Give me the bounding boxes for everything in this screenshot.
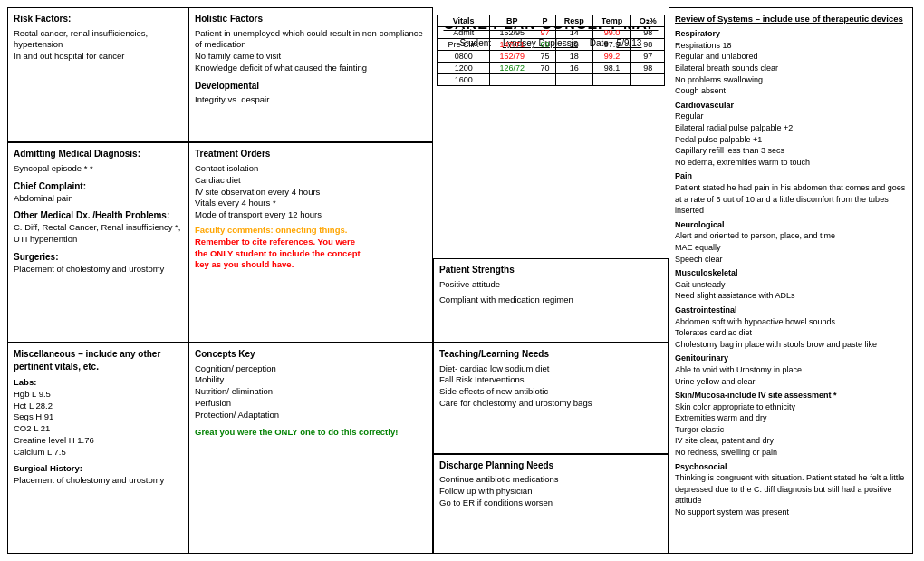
rs-item: Extremities warm and dry xyxy=(675,412,907,424)
discharge-item: Go to ER if conditions worsen xyxy=(439,498,662,509)
treatment-title: Treatment Orders xyxy=(195,148,427,160)
rs-item: IV site clear, patent and dry xyxy=(675,435,907,447)
vitals-cell: 99.2 xyxy=(592,51,631,63)
rs-item: Urine yellow and clear xyxy=(675,376,907,388)
rs-item: Able to void with Urostomy in place xyxy=(675,364,907,376)
holistic-title: Holistic Factors xyxy=(195,13,427,25)
vitals-cell: 1600 xyxy=(438,74,490,86)
admitting-dx-box: Admitting Medical Diagnosis: Syncopal ep… xyxy=(7,142,188,343)
admitting-diagnosis: Syncopal episode * * xyxy=(14,163,182,175)
rs-item: Need slight assistance with ADLs xyxy=(675,290,907,302)
rs-item: No edema, extremities warm to touch xyxy=(675,157,907,169)
risk-factors-content: Rectal cancer, renal insufficiencies, hy… xyxy=(14,28,182,63)
lab-item: Segs H 91 xyxy=(14,411,182,423)
teaching-item: Diet- cardiac low sodium diet xyxy=(439,363,662,375)
rs-item: Cholestomy bag in place with stools brow… xyxy=(675,339,907,351)
treatment-item: Vitals every 4 hours * xyxy=(195,198,427,209)
vitals-header: BP xyxy=(490,15,534,27)
surgeries-title: Surgeries: xyxy=(14,252,58,262)
rs-item: Thinking is congruent with situation. Pa… xyxy=(675,472,907,507)
concepts-key-box: Concepts Key Cognition/ perceptionMobili… xyxy=(188,343,433,554)
surgical-title: Surgical History: xyxy=(14,463,82,473)
lab-item: Creatine level H 1.76 xyxy=(14,435,182,447)
rs-item: No support system was present xyxy=(675,507,907,518)
rs-section-header: Neurological xyxy=(675,219,907,231)
rs-section-header: Genitourinary xyxy=(675,353,907,364)
teaching-item: Side effects of new antibiotic xyxy=(439,386,662,398)
admitting-dx-title: Admitting Medical Diagnosis: xyxy=(14,148,182,160)
discharge-title: Discharge Planning Needs xyxy=(439,459,662,472)
risk-factors-box: Risk Factors: Rectal cancer, renal insuf… xyxy=(7,7,188,142)
rs-section-header: Skin/Mucosa-include IV site assessment * xyxy=(675,390,907,401)
vitals-cell: 97 xyxy=(631,51,665,63)
teaching-item: Fall Risk Interventions xyxy=(439,374,662,386)
rs-item: Bilateral radial pulse palpable +2 xyxy=(675,122,907,134)
rs-item: Turgor elastic xyxy=(675,424,907,436)
vitals-cell: 97 xyxy=(534,27,555,39)
rs-section-header: Psychosocial xyxy=(675,461,907,473)
faculty-line2: Remember to cite references. You were xyxy=(195,237,427,248)
vitals-cell: 152/95 xyxy=(490,27,534,39)
strength-item: Compliant with medication regimen xyxy=(439,295,662,306)
concepts-items: Cognition/ perceptionMobilityNutrition/ … xyxy=(195,363,427,421)
lab-item: Hgb L 9.5 xyxy=(14,389,182,401)
strength-item: Positive attitude xyxy=(439,279,662,291)
treatment-item: Cardiac diet xyxy=(195,175,427,187)
rs-section-header: Respiratory xyxy=(675,28,907,40)
holistic-intro: Patient in unemployed which could result… xyxy=(195,28,427,74)
lab-item: CO2 L 21 xyxy=(14,423,182,435)
discharge-item: Continue antibiotic medications xyxy=(439,474,662,486)
chief-complaint-title: Chief Complaint: xyxy=(14,181,86,191)
developmental-title: Developmental xyxy=(195,80,427,92)
concept-item: Mobility xyxy=(195,374,427,386)
rs-section: PainPatient stated he had pain in his ab… xyxy=(675,170,907,216)
rs-item: No problems swallowing xyxy=(675,74,907,86)
patient-strengths-title: Patient Strengths xyxy=(439,264,662,276)
vitals-tbody: Admit152/95971499.098Pre Clin.147/716818… xyxy=(438,27,665,86)
vitals-table: VitalsBPPRespTempO₂% Admit152/95971499.0… xyxy=(437,15,665,86)
rs-item: Tolerates cardiac diet xyxy=(675,327,907,339)
rs-section: RespiratoryRespirations 18Regular and un… xyxy=(675,28,907,97)
vitals-cell: 98 xyxy=(631,63,665,74)
rs-item: MAE equally xyxy=(675,242,907,254)
vitals-cell xyxy=(534,74,555,86)
developmental-content: Integrity vs. despair xyxy=(195,94,427,106)
concept-item: Nutrition/ elimination xyxy=(195,386,427,398)
chief-complaint: Abdominal pain xyxy=(14,193,182,205)
rs-section-header: Gastrointestinal xyxy=(675,305,907,316)
vitals-row: 0800152/79751899.297 xyxy=(438,51,665,63)
teaching-box: Teaching/Learning Needs Diet- cardiac lo… xyxy=(433,343,669,454)
concepts-key-title: Concepts Key xyxy=(195,348,427,361)
concepts-green-text: Great you were the ONLY one to do this c… xyxy=(195,427,427,439)
lab-item: Calcium L 7.5 xyxy=(14,447,182,459)
treatment-item: IV site observation every 4 hours xyxy=(195,187,427,198)
patient-strengths-box: Patient Strengths Positive attitudeCompl… xyxy=(433,258,669,343)
vitals-cell: 75 xyxy=(534,51,555,63)
vitals-row: 1200126/72701698.198 xyxy=(438,63,665,74)
rs-item: Cough absent xyxy=(675,85,907,97)
vitals-cell: 14 xyxy=(555,27,592,39)
rs-item: Regular xyxy=(675,111,907,122)
treatment-items: Contact isolationCardiac dietIV site obs… xyxy=(195,163,427,221)
vitals-row: Admit152/95971499.098 xyxy=(438,27,665,39)
review-systems-title: Review of Systems – include use of thera… xyxy=(675,13,907,24)
vitals-cell: 70 xyxy=(534,63,555,74)
rs-section-header: Cardiovascular xyxy=(675,100,907,111)
vitals-header: Resp xyxy=(555,15,592,27)
concept-item: Perfusion xyxy=(195,398,427,410)
vitals-cell: 152/79 xyxy=(490,51,534,63)
vitals-cell xyxy=(592,74,631,86)
treatment-item: Mode of transport every 12 hours xyxy=(195,209,427,221)
teaching-item: Care for cholestomy and urostomy bags xyxy=(439,398,662,410)
rs-item: Skin color appropriate to ethnicity xyxy=(675,401,907,413)
vitals-cell: Admit xyxy=(438,27,490,39)
vitals-row: Pre Clin.147/71681897.998 xyxy=(438,39,665,51)
rs-item: Abdomen soft with hypoactive bowel sound… xyxy=(675,316,907,328)
vitals-cell: Pre Clin. xyxy=(438,39,490,51)
faculty-line4: key as you should have. xyxy=(195,259,427,271)
review-systems-box: Review of Systems – include use of thera… xyxy=(669,7,913,554)
vitals-header: P xyxy=(534,15,555,27)
teaching-title: Teaching/Learning Needs xyxy=(439,348,662,361)
strengths-items: Positive attitudeCompliant with medicati… xyxy=(439,279,662,306)
surgeries: Placement of cholestomy and urostomy xyxy=(14,264,182,276)
